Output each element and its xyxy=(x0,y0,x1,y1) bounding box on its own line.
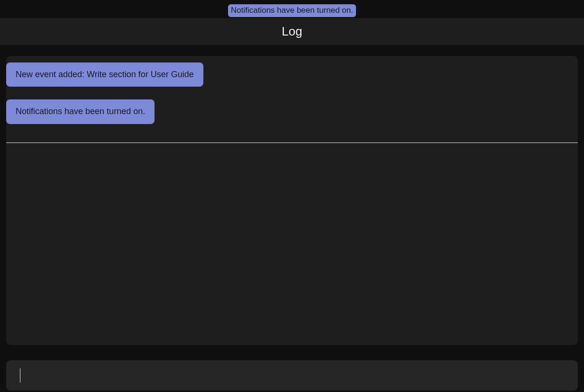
log-entry-text: Notifications have been turned on. xyxy=(16,107,145,116)
topbar: Notifications have been turned on. xyxy=(0,0,584,18)
titlebar: Log xyxy=(0,18,584,45)
input-row xyxy=(0,360,584,391)
toast-text: Notifications have been turned on. xyxy=(231,6,353,15)
log-panel[interactable]: New event added: Write section for User … xyxy=(6,56,578,345)
log-entry: Notifications have been turned on. xyxy=(6,99,155,124)
command-input[interactable] xyxy=(6,360,578,391)
page-title: Log xyxy=(282,24,302,39)
content-area: New event added: Write section for User … xyxy=(0,45,584,350)
toast-notification: Notifications have been turned on. xyxy=(228,4,356,17)
log-divider xyxy=(6,143,578,143)
log-entry: New event added: Write section for User … xyxy=(6,62,203,87)
log-entry-text: New event added: Write section for User … xyxy=(16,70,194,79)
